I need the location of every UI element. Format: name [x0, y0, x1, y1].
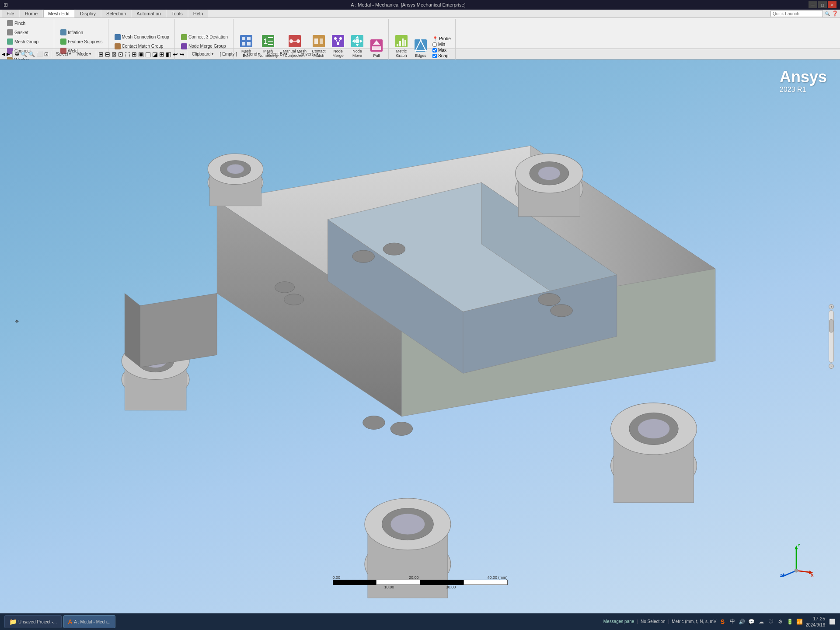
tab-mesh[interactable]: Mesh Edit: [43, 10, 74, 18]
select-dropdown[interactable]: Select ▾: [53, 51, 73, 57]
tab-automation[interactable]: Automation: [132, 10, 166, 18]
toolbar-sep-2: [51, 51, 51, 58]
icon-btn-11[interactable]: ◧: [166, 51, 171, 58]
minimize-button[interactable]: ─: [809, 1, 817, 8]
max-checkbox[interactable]: [432, 48, 437, 52]
tray-icon-8[interactable]: 📶: [796, 618, 803, 625]
node-merge-group-icon: [181, 43, 187, 49]
manual-mesh-connection-icon: [288, 34, 302, 48]
scalebar-labels-bottom: 10.00 30.00: [333, 585, 508, 589]
svg-rect-16: [320, 38, 323, 44]
mode-dropdown[interactable]: Mode ▾: [75, 51, 94, 57]
ansys-tray-icon[interactable]: S: [719, 618, 726, 625]
mode-label: Mode: [77, 52, 88, 56]
tray-icon-4[interactable]: ☁: [758, 618, 765, 625]
quick-launch-icon: 🔍: [825, 11, 830, 16]
tray-icon-1[interactable]: 中: [729, 618, 736, 625]
metric-graph-button[interactable]: MetricGraph: [392, 34, 411, 59]
snap-checkbox[interactable]: [432, 54, 437, 58]
icon-btn-4[interactable]: ⊡: [118, 51, 123, 58]
edges-button[interactable]: Edges: [411, 34, 430, 59]
zoom-box-icon[interactable]: ⬜: [36, 51, 43, 57]
pull-button[interactable]: Pull: [367, 34, 386, 59]
select-by-dropdown[interactable]: Select By ▾: [264, 51, 290, 57]
icon-btn-8[interactable]: ◫: [145, 51, 151, 58]
scale-seg-1: [333, 580, 376, 585]
inflation-icon: [60, 29, 66, 35]
empty-label: [ Empty ]: [220, 52, 237, 56]
connect3-deviation-button[interactable]: Connect 3 Deviation: [178, 33, 230, 42]
fit-icon[interactable]: ⊕: [15, 51, 19, 57]
svg-point-80: [551, 304, 573, 317]
taskbar-item-ansys[interactable]: A A : Modal - Mech...: [63, 615, 115, 628]
icon-btn-2[interactable]: ⊟: [105, 51, 110, 58]
icon-btn-9[interactable]: ◪: [152, 51, 158, 58]
icon-btn-10[interactable]: ⊞: [159, 51, 164, 58]
tab-home[interactable]: Home: [20, 10, 42, 18]
tab-tools[interactable]: Tools: [167, 10, 188, 18]
toolbar-back-icon[interactable]: ◀: [2, 52, 5, 56]
icon-btn-3[interactable]: ⊠: [112, 51, 117, 58]
tray-icon-2[interactable]: 🔊: [739, 618, 746, 625]
taskbar-item-unsaved[interactable]: 📁 Unsaved Project -...: [4, 615, 62, 628]
tray-icon-3[interactable]: 💬: [748, 618, 755, 625]
tray-icon-7[interactable]: 🔋: [787, 618, 794, 625]
messages-pane-label[interactable]: Messages pane: [603, 619, 634, 624]
icon-btn-7[interactable]: ▣: [138, 51, 144, 58]
mesh-group-button[interactable]: Mesh Group: [4, 37, 41, 46]
contact-match-group-button[interactable]: Contact Match Group: [112, 42, 166, 51]
view-scroll-thumb[interactable]: [829, 319, 833, 332]
svg-rect-36: [404, 40, 406, 46]
node-merge-group-button[interactable]: Node Merge Group: [178, 42, 229, 51]
zoom-in-icon[interactable]: 🔍: [21, 51, 27, 57]
quick-launch-input[interactable]: [770, 10, 823, 17]
system-clock[interactable]: 17:25 2024/9/16: [806, 616, 826, 627]
scale-label-40: 40.00 (mm): [487, 575, 507, 580]
gasket-label: Gasket: [14, 30, 28, 35]
zoom-fit-icon[interactable]: ⊡: [44, 51, 49, 57]
svg-text:Y: Y: [798, 543, 801, 547]
edges-label: Edges: [415, 53, 426, 58]
view-ctrl-1[interactable]: +: [829, 304, 834, 309]
view-ctrl-2[interactable]: -: [829, 364, 834, 369]
inflation-button[interactable]: Inflation: [58, 28, 86, 37]
toolbar-sep-1: [12, 51, 13, 58]
pinch-button[interactable]: Pinch: [4, 19, 28, 28]
show-desktop-icon[interactable]: ⬜: [828, 618, 835, 625]
svg-rect-3: [242, 42, 245, 46]
convert-dropdown[interactable]: Convert - ▾: [295, 51, 321, 57]
svg-point-11: [289, 39, 293, 43]
toolbar-sep-3: [96, 51, 96, 58]
gasket-button[interactable]: Gasket: [4, 28, 31, 37]
toolbar-sep-5: [292, 51, 293, 58]
node-merge-button[interactable]: NodeMerge: [329, 34, 347, 59]
help-icon[interactable]: ❓: [832, 10, 838, 17]
svg-point-69: [390, 514, 425, 535]
zoom-out-icon[interactable]: 🔍: [28, 51, 35, 57]
tab-selection[interactable]: Selection: [101, 10, 131, 18]
close-button[interactable]: ✕: [828, 1, 837, 8]
clipboard-dropdown[interactable]: Clipboard ▾: [189, 51, 216, 57]
icon-btn-6[interactable]: ⊞: [132, 51, 137, 58]
tray-icon-5[interactable]: 🛡: [767, 618, 774, 625]
icon-btn-5[interactable]: ⬚: [125, 51, 130, 58]
maximize-button[interactable]: □: [818, 1, 827, 8]
tab-help[interactable]: Help: [188, 10, 208, 18]
icon-btn-13[interactable]: ↪: [179, 51, 185, 58]
mesh-connection-group-button[interactable]: Mesh Connection Group: [112, 33, 172, 42]
svg-point-59: [227, 164, 244, 174]
node-move-button[interactable]: NodeMove: [348, 34, 366, 59]
tab-display[interactable]: Display: [75, 10, 101, 18]
select-by-label: Select By: [266, 52, 285, 56]
empty-dropdown[interactable]: [ Empty ]: [217, 51, 240, 57]
icon-btn-12[interactable]: ↩: [173, 51, 178, 58]
svg-rect-1: [242, 37, 245, 40]
icon-btn-1[interactable]: ⊞: [98, 51, 104, 58]
scalebar-bar: [333, 580, 508, 585]
feature-suppress-button[interactable]: Feature Suppress: [58, 37, 105, 46]
extend-dropdown[interactable]: Extend ▾: [241, 51, 262, 57]
tray-icon-6[interactable]: ⚙: [777, 618, 784, 625]
toolbar-forward-icon[interactable]: ▶: [7, 52, 10, 56]
tab-file[interactable]: File: [2, 10, 19, 18]
min-checkbox[interactable]: [432, 42, 437, 47]
